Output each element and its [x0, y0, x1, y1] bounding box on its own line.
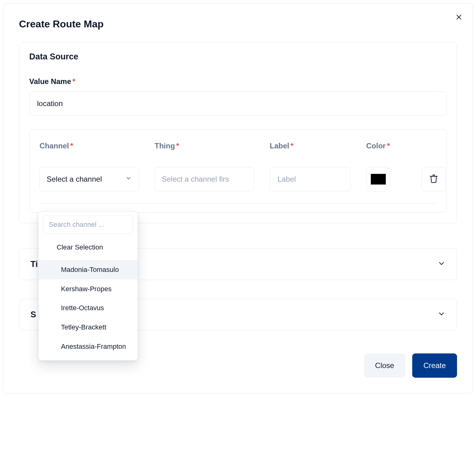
channel-select-text: Select a channel [47, 175, 102, 184]
color-trash-group [366, 167, 446, 191]
required-asterisk: * [70, 142, 73, 150]
controls-row: Select a channel Select a channel firs [40, 167, 436, 191]
channel-option[interactable]: Kershaw-Propes [39, 279, 138, 299]
channel-select[interactable]: Select a channel [40, 167, 139, 191]
close-icon[interactable] [454, 12, 464, 22]
channel-option[interactable]: Tetley-Brackett [39, 318, 138, 337]
close-button[interactable]: Close [364, 353, 405, 378]
data-source-panel: Data Source Value Name* Channel* Thing* … [19, 42, 457, 223]
channel-dropdown: Clear Selection Madonia-Tomasulo Kershaw… [38, 211, 138, 361]
value-name-input[interactable] [29, 91, 447, 116]
settings-section-title: S [30, 310, 36, 320]
channel-label-text: Channel [40, 142, 69, 150]
label-label: Label* [270, 142, 351, 150]
value-name-label: Value Name* [29, 77, 447, 86]
row-divider [40, 203, 436, 203]
column-headers: Channel* Thing* Label* Color* [40, 142, 436, 150]
label-label-text: Label [270, 142, 289, 150]
create-button[interactable]: Create [412, 353, 457, 378]
clear-selection[interactable]: Clear Selection [39, 237, 138, 260]
create-route-map-modal: Create Route Map Data Source Value Name*… [3, 3, 473, 394]
required-asterisk: * [291, 142, 293, 150]
chevron-down-icon [125, 175, 132, 184]
trash-icon [429, 174, 438, 185]
channel-label: Channel* [40, 142, 139, 150]
chevron-down-icon [437, 310, 446, 320]
color-label: Color* [366, 142, 436, 150]
required-asterisk: * [387, 142, 390, 150]
label-input[interactable] [270, 167, 351, 191]
data-source-title: Data Source [29, 52, 447, 62]
thing-select[interactable]: Select a channel firs [155, 167, 254, 191]
color-label-text: Color [366, 142, 386, 150]
data-source-row-card: Channel* Thing* Label* Color* Select a c… [29, 129, 447, 212]
channel-search-wrap [39, 215, 138, 237]
channel-option[interactable]: Madonia-Tomasulo [39, 260, 138, 279]
thing-select-text: Select a channel firs [162, 175, 229, 184]
delete-row-button[interactable] [422, 167, 446, 191]
color-picker[interactable] [366, 167, 390, 191]
modal-title: Create Route Map [19, 18, 104, 30]
channel-option[interactable]: Irette-Octavus [39, 298, 138, 318]
channel-option[interactable]: Anestassia-Frampton [39, 337, 138, 356]
required-asterisk: * [72, 77, 75, 86]
chevron-down-icon [437, 259, 446, 269]
channel-search-input[interactable] [43, 215, 133, 234]
color-swatch [371, 174, 386, 185]
value-name-label-text: Value Name [29, 77, 71, 86]
time-section-title: Ti [30, 259, 38, 269]
thing-label-text: Thing [155, 142, 175, 150]
required-asterisk: * [176, 142, 179, 150]
channel-options[interactable]: Madonia-Tomasulo Kershaw-Propes Irette-O… [39, 260, 138, 358]
thing-label: Thing* [155, 142, 254, 150]
modal-header: Create Route Map [19, 11, 457, 42]
